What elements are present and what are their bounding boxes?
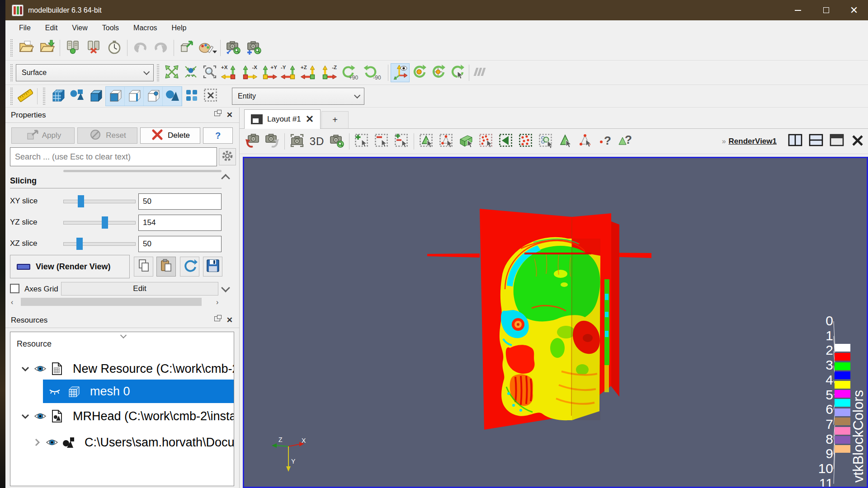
disconnect-server-button[interactable] [83,38,104,58]
scroll-left-icon[interactable]: ‹ [11,298,13,306]
query-cells-button[interactable]: ? [615,131,635,151]
cube-vertex-button[interactable] [144,87,163,106]
rotate-dot-button[interactable] [410,63,429,82]
maximize-view-button[interactable] [826,132,847,151]
shapes-sel-button[interactable] [163,87,182,106]
slider-track[interactable] [63,242,136,246]
connect-server-button[interactable] [62,38,83,58]
slider-track[interactable] [63,221,136,225]
toolbar-overflow-icon[interactable]: » [722,137,726,145]
split-horizontal-button[interactable] [785,132,806,151]
expander-icon[interactable] [19,364,32,374]
tree-row[interactable]: MRHead (C:\work\cmb-2\insta [10,404,234,428]
timer-button[interactable] [104,38,125,58]
open-folder-button[interactable] [16,38,37,58]
export-scene-button[interactable] [176,38,197,58]
sel-plus-button[interactable] [352,131,372,151]
close-panel-icon[interactable]: ✕ [226,111,233,119]
sel-block-points-button[interactable] [516,131,536,151]
zoom-box-button[interactable] [200,63,219,82]
slider-track[interactable] [63,200,136,203]
view-plusY-button[interactable]: +Y [259,62,279,83]
eye-closed-icon[interactable] [46,385,64,398]
view-plusZ-button[interactable]: +Z [299,62,319,83]
tree-row[interactable]: New Resource (C:\work\cmb-2 [10,357,234,380]
menu-tools[interactable]: Tools [95,22,126,34]
redo-button[interactable] [151,38,171,58]
axes-eye-button[interactable] [391,63,410,82]
delete-button[interactable]: Delete [140,127,200,144]
eye-open-icon[interactable] [32,410,48,422]
rotate-ccw-button[interactable]: -90 [362,62,386,83]
sel-points-button[interactable] [436,131,456,151]
slider-value-field[interactable]: 50 [138,236,222,252]
close-panel-icon[interactable]: ✕ [226,316,233,324]
scroll-right-icon[interactable]: › [216,298,218,306]
float-panel-icon[interactable] [214,111,220,116]
palette-dropdown-icon[interactable] [212,51,217,53]
apply-button[interactable]: Apply [11,127,75,144]
doc-shapes-icon[interactable] [48,409,66,423]
menu-macros[interactable]: Macros [126,22,164,34]
menu-view[interactable]: View [65,22,94,34]
toggle-3d-button[interactable]: 3D [307,131,327,151]
search-options-button[interactable] [219,148,236,165]
toolbar-grip[interactable] [10,39,13,56]
tree-collapse-icon[interactable] [120,332,127,338]
sel-points-through-button[interactable] [476,131,496,151]
view-section-header[interactable]: View (Render View) [10,255,130,278]
hover-points-button[interactable] [576,131,595,151]
slider-handle[interactable] [102,216,108,229]
close-button[interactable]: ✕ [840,0,868,20]
slider-value-field[interactable]: 50 [138,193,222,210]
toolbar-grip[interactable] [43,88,45,105]
camera-config-button[interactable] [223,38,244,58]
cam-redo-button[interactable] [262,131,282,151]
camera-add-button[interactable] [244,38,264,58]
toolbar-grip[interactable] [10,88,13,105]
menu-file[interactable]: File [12,22,38,34]
slider-handle[interactable] [76,238,83,250]
cube-faces-button[interactable] [106,87,125,106]
tree-row[interactable]: C:\Users\sam.horvath\Docu [10,431,234,454]
cam-zoom-button[interactable] [327,131,347,151]
hover-cells-button[interactable] [556,131,576,151]
import-folder-button[interactable] [37,38,57,58]
slider-handle[interactable] [78,195,84,207]
tree-row[interactable]: mesh 0 [10,380,234,403]
properties-hscrollbar[interactable]: ‹ › [5,297,239,306]
sel-interactive-button[interactable] [536,131,556,151]
dashed-x-button[interactable] [201,87,220,106]
tab-close-icon[interactable]: ✕ [306,113,314,125]
sel-plusminus-button[interactable] [392,131,411,151]
eye-open-icon[interactable] [44,436,60,449]
sel-cells-through-button[interactable] [456,131,476,151]
solid-cube-button[interactable] [86,87,105,106]
screenshot-button[interactable] [287,131,307,151]
query-point-button[interactable]: ? [595,131,615,151]
color-by-combobox[interactable]: Entity [232,88,364,105]
properties-scrollbar-horizontal[interactable] [63,170,222,172]
cam-undo-button[interactable] [242,131,262,151]
representation-combobox[interactable]: Surface [16,64,154,81]
render-view-name[interactable]: RenderView1 [729,137,777,146]
copy-properties-button[interactable] [134,257,153,277]
blue-dots-button[interactable] [182,87,201,106]
help-button[interactable]: ? [203,127,233,144]
reset-button[interactable]: Reset [77,127,137,144]
render-viewport[interactable]: X Y Z 01234567891011 vtkBlockColors [243,157,868,488]
axes-grid-edit-button[interactable]: Edit [61,282,218,296]
ruler-button[interactable] [16,87,35,106]
slider-value-field[interactable]: 154 [138,215,222,231]
sel-minus-button[interactable] [372,131,392,151]
view-minusZ-button[interactable]: -Z [319,62,339,83]
save-defaults-button[interactable] [203,257,222,277]
split-vertical-button[interactable] [806,132,826,151]
doc-mesh-icon[interactable] [48,362,66,375]
menu-help[interactable]: Help [165,22,194,34]
reset-camera-button[interactable] [162,63,181,82]
hscroll-thumb[interactable] [21,298,202,306]
rotate-crosshair-button[interactable] [429,63,448,82]
expander-icon[interactable] [30,437,44,447]
maximize-button[interactable] [812,0,840,20]
